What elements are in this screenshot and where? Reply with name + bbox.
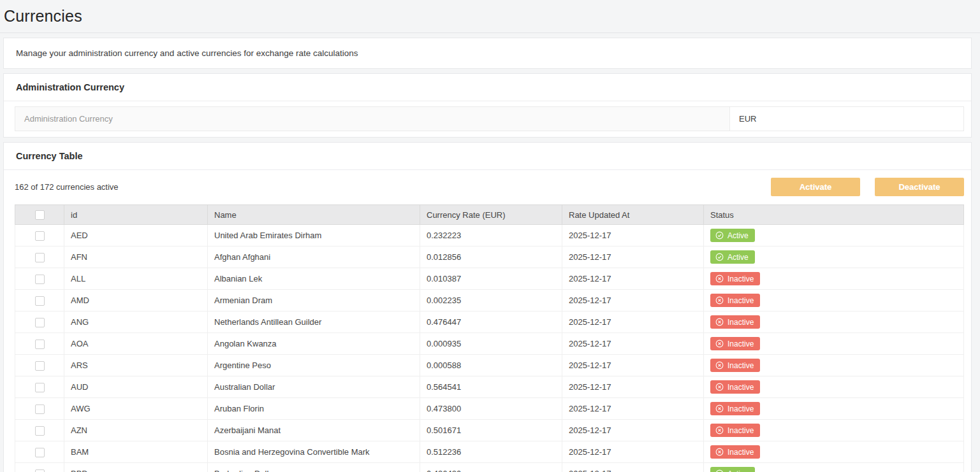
select-all-cell bbox=[15, 205, 64, 225]
currency-name-cell: United Arab Emirates Dirham bbox=[208, 225, 420, 247]
status-badge: Inactive bbox=[710, 315, 760, 329]
column-header-rate: Currency Rate (EUR) bbox=[420, 205, 562, 225]
row-checkbox[interactable] bbox=[35, 231, 45, 241]
row-checkbox[interactable] bbox=[35, 340, 45, 349]
table-row: AUD Australian Dollar 0.564541 2025-12-1… bbox=[15, 376, 964, 398]
currency-id-cell: BBD bbox=[64, 463, 208, 472]
status-cell: Inactive bbox=[704, 268, 964, 290]
currency-table-wrapper: id Name Currency Rate (EUR) Rate Updated… bbox=[4, 204, 971, 472]
column-header-status: Status bbox=[704, 205, 964, 225]
status-cell: Active bbox=[704, 463, 964, 472]
check-circle-icon bbox=[715, 253, 724, 261]
status-cell: Inactive bbox=[704, 420, 964, 441]
currency-rate-cell: 0.000935 bbox=[420, 333, 562, 355]
currency-id-cell: AUD bbox=[64, 376, 208, 398]
table-row: BAM Bosnia and Herzegovina Convertible M… bbox=[15, 441, 964, 463]
row-checkbox[interactable] bbox=[35, 469, 45, 472]
status-badge-label: Inactive bbox=[728, 405, 754, 413]
status-badge-label: Inactive bbox=[728, 448, 754, 456]
status-badge: Inactive bbox=[710, 380, 760, 394]
status-badge-label: Inactive bbox=[728, 340, 754, 348]
row-checkbox[interactable] bbox=[35, 253, 45, 262]
table-row: AMD Armenian Dram 0.002235 2025-12-17 bbox=[15, 290, 964, 311]
status-cell: Inactive bbox=[704, 376, 964, 398]
status-badge: Inactive bbox=[710, 402, 760, 415]
rate-updated-cell: 2025-12-17 bbox=[562, 311, 704, 333]
rate-updated-cell: 2025-12-17 bbox=[562, 355, 704, 376]
status-badge: Inactive bbox=[710, 424, 760, 437]
page-description: Manage your administration currency and … bbox=[16, 48, 358, 58]
currency-rate-cell: 0.564541 bbox=[420, 376, 562, 398]
currency-rate-cell: 0.232223 bbox=[420, 225, 562, 247]
row-select-cell bbox=[15, 355, 64, 376]
currency-table: id Name Currency Rate (EUR) Rate Updated… bbox=[15, 204, 964, 472]
currency-rate-cell: 0.501671 bbox=[420, 420, 562, 441]
status-cell: Inactive bbox=[704, 290, 964, 311]
deactivate-button[interactable]: Deactivate bbox=[875, 178, 964, 196]
row-checkbox[interactable] bbox=[35, 448, 45, 457]
select-all-checkbox[interactable] bbox=[35, 210, 45, 220]
status-badge: Inactive bbox=[710, 445, 760, 459]
rate-updated-cell: 2025-12-17 bbox=[562, 290, 704, 311]
status-badge-label: Inactive bbox=[728, 318, 754, 326]
row-checkbox[interactable] bbox=[35, 383, 45, 392]
page-title: Currencies bbox=[4, 7, 967, 25]
table-row: ALL Albanian Lek 0.010387 2025-12-17 bbox=[15, 268, 964, 290]
rate-updated-cell: 2025-12-17 bbox=[562, 247, 704, 268]
row-checkbox[interactable] bbox=[35, 426, 45, 436]
table-row: AOA Angolan Kwanza 0.000935 2025-12-17 bbox=[15, 333, 964, 355]
status-badge: Inactive bbox=[710, 294, 760, 307]
currency-rate-cell: 0.473800 bbox=[420, 398, 562, 420]
page-description-card: Manage your administration currency and … bbox=[3, 38, 972, 69]
status-badge-label: Inactive bbox=[728, 275, 754, 283]
table-row: AED United Arab Emirates Dirham 0.232223… bbox=[15, 225, 964, 247]
rate-updated-cell: 2025-12-17 bbox=[562, 420, 704, 441]
row-checkbox[interactable] bbox=[35, 404, 45, 414]
currency-id-cell: AWG bbox=[64, 398, 208, 420]
row-select-cell bbox=[15, 441, 64, 463]
currency-id-cell: ALL bbox=[64, 268, 208, 290]
row-checkbox[interactable] bbox=[35, 361, 45, 371]
currency-table-body: AED United Arab Emirates Dirham 0.232223… bbox=[15, 225, 964, 472]
currency-id-cell: AOA bbox=[64, 333, 208, 355]
currency-rate-cell: 0.000588 bbox=[420, 355, 562, 376]
x-circle-icon bbox=[715, 340, 724, 348]
rate-updated-cell: 2025-12-17 bbox=[562, 225, 704, 247]
x-circle-icon bbox=[715, 404, 724, 413]
currency-id-cell: ANG bbox=[64, 311, 208, 333]
currency-name-cell: Australian Dollar bbox=[208, 376, 420, 398]
currency-name-cell: Netherlands Antillean Guilder bbox=[208, 311, 420, 333]
administration-currency-field-row: Administration Currency EUR bbox=[15, 106, 964, 131]
status-badge: Inactive bbox=[710, 272, 760, 285]
row-checkbox[interactable] bbox=[35, 275, 45, 284]
table-row: AZN Azerbaijani Manat 0.501671 2025-12-1… bbox=[15, 420, 964, 441]
administration-currency-label: Administration Currency bbox=[15, 106, 730, 131]
currency-name-cell: Barbadian Dollar bbox=[208, 463, 420, 472]
administration-currency-value[interactable]: EUR bbox=[729, 106, 964, 131]
table-row: BBD Barbadian Dollar 0.426420 2025-12-17 bbox=[15, 463, 964, 472]
administration-currency-title: Administration Currency bbox=[4, 74, 971, 101]
rate-updated-cell: 2025-12-17 bbox=[562, 441, 704, 463]
check-circle-icon bbox=[715, 469, 724, 472]
status-badge-label: Active bbox=[728, 470, 749, 472]
row-select-cell bbox=[15, 247, 64, 268]
currency-name-cell: Afghan Afghani bbox=[208, 247, 420, 268]
currency-id-cell: AMD bbox=[64, 290, 208, 311]
table-header-row: id Name Currency Rate (EUR) Rate Updated… bbox=[15, 205, 964, 225]
status-cell: Inactive bbox=[704, 355, 964, 376]
status-badge-label: Inactive bbox=[728, 297, 754, 304]
row-checkbox[interactable] bbox=[35, 296, 45, 306]
activate-button[interactable]: Activate bbox=[771, 178, 860, 196]
currency-rate-cell: 0.010387 bbox=[420, 268, 562, 290]
status-cell: Active bbox=[704, 225, 964, 247]
check-circle-icon bbox=[715, 231, 724, 240]
currency-name-cell: Armenian Dram bbox=[208, 290, 420, 311]
currency-name-cell: Bosnia and Herzegovina Convertible Mark bbox=[208, 441, 420, 463]
table-row: ARS Argentine Peso 0.000588 2025-12-17 bbox=[15, 355, 964, 376]
column-header-updated: Rate Updated At bbox=[562, 205, 704, 225]
x-circle-icon bbox=[715, 383, 724, 391]
currency-name-cell: Azerbaijani Manat bbox=[208, 420, 420, 441]
status-badge: Active bbox=[710, 467, 755, 472]
status-cell: Active bbox=[704, 247, 964, 268]
row-checkbox[interactable] bbox=[35, 318, 45, 327]
